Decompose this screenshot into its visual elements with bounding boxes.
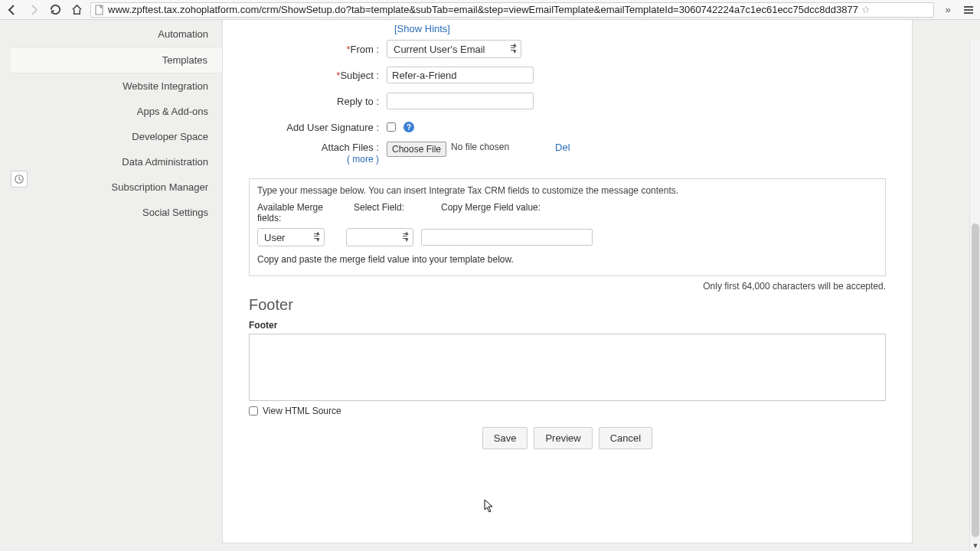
cancel-button[interactable]: Cancel xyxy=(599,427,652,449)
footer-heading: Footer xyxy=(249,296,886,314)
merge-header-select: Select Field: xyxy=(354,202,426,223)
view-html-source-checkbox[interactable] xyxy=(249,406,258,416)
merge-paste-note: Copy and paste the merge field value int… xyxy=(257,254,877,265)
sidebar-item-label: Templates xyxy=(162,54,207,66)
attach-label: Attach Files : ( more ) xyxy=(250,142,387,165)
sidebar-item-label: Data Administration xyxy=(122,156,208,168)
scrollbar-thumb[interactable] xyxy=(972,223,979,537)
template-form-panel: [Show Hints] *From : Current User's Emai… xyxy=(222,20,913,543)
forward-icon[interactable] xyxy=(26,2,41,18)
merge-header-copy: Copy Merge Field value: xyxy=(441,202,541,223)
sidebar-item-social-settings[interactable]: Social Settings xyxy=(11,200,222,225)
sidebar-item-subscription-manager[interactable]: Subscription Manager xyxy=(11,174,222,200)
bookmark-star-icon[interactable]: ☆ xyxy=(861,4,871,15)
scroll-down-icon[interactable]: ▼ xyxy=(972,542,979,549)
show-hints-link[interactable]: [Show Hints] xyxy=(394,23,884,34)
sidebar-item-label: Apps & Add-ons xyxy=(137,106,208,117)
hamburger-menu-icon[interactable] xyxy=(962,6,975,14)
merge-header-available: Available Merge fields: xyxy=(257,202,338,223)
from-label: *From : xyxy=(250,44,387,55)
footer-label: Footer xyxy=(249,320,886,331)
save-button[interactable]: Save xyxy=(482,427,528,449)
help-icon[interactable]: ? xyxy=(403,122,414,132)
sidebar-item-automation[interactable]: Automation xyxy=(11,21,222,47)
chevron-updown-icon: ▴▾ xyxy=(513,41,517,55)
attach-more-link[interactable]: ( more ) xyxy=(347,154,379,165)
view-html-source-label: View HTML Source xyxy=(263,406,341,416)
from-select[interactable]: Current User's Email xyxy=(387,40,521,58)
merge-instruction: Type your message below. You can insert … xyxy=(257,185,877,196)
sidebar-item-label: Automation xyxy=(158,28,208,40)
merge-value-input[interactable] xyxy=(421,229,593,246)
chevron-updown-icon: ▴▾ xyxy=(405,230,409,243)
chevron-updown-icon: ▴▾ xyxy=(316,230,320,243)
sidebar-item-label: Social Settings xyxy=(142,207,208,218)
sidebar-item-label: Subscription Manager xyxy=(112,181,208,193)
merge-field-select[interactable] xyxy=(346,228,413,246)
delete-attachment-link[interactable]: Del xyxy=(555,142,570,153)
choose-file-button[interactable]: Choose File xyxy=(387,142,446,157)
reload-icon[interactable] xyxy=(47,2,63,18)
url-bar[interactable]: www.zpftest.tax.zohoplatform.com/crm/Sho… xyxy=(90,2,934,18)
back-icon[interactable] xyxy=(5,2,20,18)
sidebar-item-apps-addons[interactable]: Apps & Add-ons xyxy=(11,99,222,124)
home-icon[interactable] xyxy=(69,2,84,18)
footer-editor[interactable] xyxy=(249,334,886,401)
reply-to-input[interactable] xyxy=(387,93,534,109)
settings-sidebar: Automation Templates Website Integration… xyxy=(11,20,222,551)
sidebar-item-website-integration[interactable]: Website Integration xyxy=(11,73,222,99)
signature-checkbox[interactable] xyxy=(387,122,396,132)
history-icon[interactable] xyxy=(11,171,28,187)
browser-toolbar: www.zpftest.tax.zohoplatform.com/crm/Sho… xyxy=(0,0,980,20)
preview-button[interactable]: Preview xyxy=(534,427,592,449)
overflow-icon[interactable]: » xyxy=(940,2,956,18)
sidebar-item-label: Developer Space xyxy=(132,131,208,142)
sidebar-item-developer-space[interactable]: Developer Space xyxy=(11,124,222,149)
signature-label: Add User Signature : xyxy=(250,122,387,133)
subject-input[interactable] xyxy=(387,67,534,83)
subject-label: *Subject : xyxy=(250,70,387,81)
url-text: www.zpftest.tax.zohoplatform.com/crm/Sho… xyxy=(108,4,858,15)
sidebar-item-label: Website Integration xyxy=(122,80,208,92)
left-gutter xyxy=(0,20,11,551)
reply-to-label: Reply to : xyxy=(250,96,387,107)
sidebar-item-templates[interactable]: Templates xyxy=(11,47,222,73)
merge-module-select[interactable]: User xyxy=(257,228,325,246)
sidebar-item-data-administration[interactable]: Data Administration xyxy=(11,149,222,174)
merge-fields-panel: Type your message below. You can insert … xyxy=(249,178,886,276)
char-limit-note: Only first 64,000 characters will be acc… xyxy=(249,281,886,292)
vertical-scrollbar[interactable]: ▼ xyxy=(969,40,980,551)
page-icon xyxy=(94,5,105,15)
no-file-text: No file chosen xyxy=(451,142,509,152)
